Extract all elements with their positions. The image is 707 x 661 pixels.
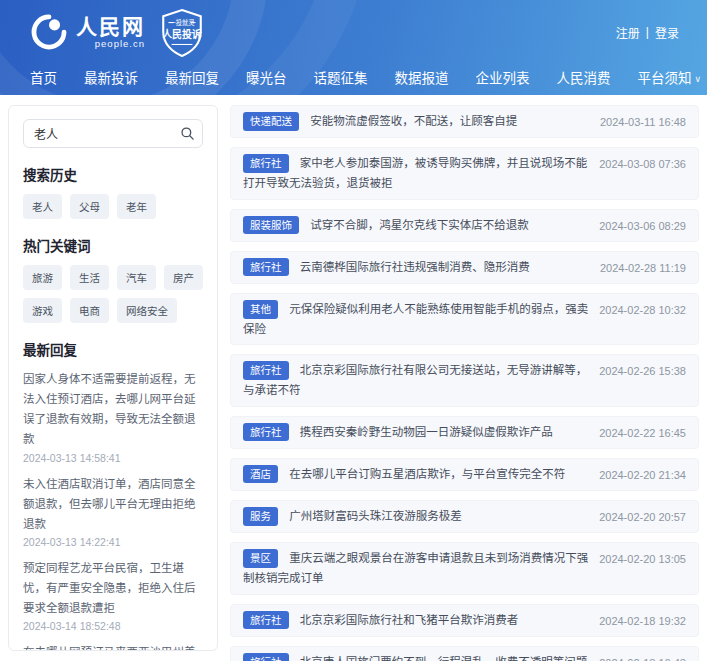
complaint-title[interactable]: 北京京彩国际旅行社有限公司无接送站，无导游讲解等，与承诺不符 <box>243 364 587 396</box>
category-badge: 服装服饰 <box>243 216 299 235</box>
search-box <box>23 119 203 148</box>
hot-keyword-tag[interactable]: 生活 <box>70 265 109 290</box>
reply-item[interactable]: 预定同程艺龙平台民宿，卫生堪忧，有严重安全隐患，拒绝入住后要求全额退款遭拒 20… <box>23 558 203 632</box>
logo-en-text: people.cn <box>76 39 145 49</box>
complaint-row[interactable]: 2024-02-18 19:32 旅行社 北京京彩国际旅行社和飞猪平台欺诈消费者 <box>230 604 699 637</box>
complaint-row[interactable]: 2024-02-20 21:34 酒店 在去哪儿平台订购五星酒店欺诈，与平台宣传… <box>230 458 699 491</box>
nav-company-list[interactable]: 企业列表 <box>476 67 530 87</box>
complaint-row[interactable]: 2024-03-11 16:48 快递配送 安能物流虚假签收，不配送，让顾客自提 <box>230 105 699 138</box>
category-badge: 服务 <box>243 507 278 526</box>
nav-exposure[interactable]: 曝光台 <box>246 67 287 87</box>
complaint-date: 2024-02-20 20:57 <box>599 508 686 527</box>
category-badge: 快递配送 <box>243 112 299 131</box>
hot-keyword-tags: 旅游生活汽车房产游戏电商网络安全 <box>23 265 203 323</box>
reply-text: 在去哪儿网预订马来西亚沙巴州美人鱼岛JSK度假村一晚行程，孩子发烧无法登岛，并且… <box>23 642 203 651</box>
hot-keyword-tag[interactable]: 旅游 <box>23 265 62 290</box>
complaint-row[interactable]: 2024-03-08 07:36 旅行社 家中老人参加泰国游，被诱导购买佛牌，并… <box>230 147 699 199</box>
nav-people-consumption[interactable]: 人民消费 <box>557 67 611 87</box>
people-cn-logo-text[interactable]: 人民网 people.cn <box>76 16 145 49</box>
shield-slogan-text: 一投就灵 <box>170 18 196 27</box>
hot-keyword-tag[interactable]: 电商 <box>70 298 109 323</box>
nav-platform-notice-label: 平台须知 <box>638 71 692 86</box>
category-badge: 旅行社 <box>243 611 289 630</box>
complaint-row[interactable]: 2024-02-28 11:19 旅行社 云南德桦国际旅行社违规强制消费、隐形消… <box>230 251 699 284</box>
reply-item[interactable]: 在去哪儿网预订马来西亚沙巴州美人鱼岛JSK度假村一晚行程，孩子发烧无法登岛，并且… <box>23 642 203 651</box>
shield-title-text: 人民投诉 <box>162 28 202 40</box>
nav-topic-collection[interactable]: 话题征集 <box>314 67 368 87</box>
complaint-row[interactable]: 2024-02-22 16:45 旅行社 携程西安秦岭野生动物园一日游疑似虚假欺… <box>230 416 699 449</box>
complaint-date: 2024-02-20 13:05 <box>599 550 686 569</box>
search-icon[interactable] <box>180 126 195 141</box>
complaint-title[interactable]: 云南德桦国际旅行社违规强制消费、隐形消费 <box>300 261 530 273</box>
complaint-row[interactable]: 2024-02-20 13:05 景区 重庆云端之眼观景台在游客申请退款且未到场… <box>230 542 699 594</box>
complaint-title[interactable]: 北京京彩国际旅行社和飞猪平台欺诈消费者 <box>300 614 519 626</box>
page-body: 搜索历史 老人父母老年 热门关键词 旅游生活汽车房产游戏电商网络安全 最新回复 … <box>0 95 707 661</box>
auth-links: 注册 | 登录 <box>616 24 679 41</box>
reply-date: 2024-03-14 18:52:48 <box>23 620 203 632</box>
site-header: 人民网 people.cn 一投就灵 人民投诉 注册 | 登录 首页 最新投诉 … <box>0 0 707 95</box>
category-badge: 旅行社 <box>243 653 289 661</box>
hot-keyword-tag[interactable]: 房产 <box>164 265 203 290</box>
complaint-date: 2024-03-11 16:48 <box>600 113 686 132</box>
nav-latest-complaints[interactable]: 最新投诉 <box>84 67 138 87</box>
search-history-tag[interactable]: 老年 <box>117 194 156 219</box>
complaint-title[interactable]: 携程西安秦岭野生动物园一日游疑似虚假欺诈产品 <box>300 426 553 438</box>
nav-latest-replies[interactable]: 最新回复 <box>165 67 219 87</box>
reply-text: 预定同程艺龙平台民宿，卫生堪忧，有严重安全隐患，拒绝入住后要求全额退款遭拒 <box>23 558 203 618</box>
complaint-title[interactable]: 广州塔财富码头珠江夜游服务极差 <box>289 510 462 522</box>
latest-replies-title: 最新回复 <box>23 339 203 359</box>
complaint-title[interactable]: 元保保险疑似利用老人不能熟练使用智能手机的弱点，强卖保险 <box>243 303 588 335</box>
complaint-date: 2024-03-06 08:29 <box>599 217 686 236</box>
people-complaints-shield-badge[interactable]: 一投就灵 人民投诉 <box>159 8 205 58</box>
complaint-title[interactable]: 北京唐人国旅门票约不到、行程混乱、收费不透明等问题 <box>300 656 588 661</box>
hot-keyword-tag[interactable]: 网络安全 <box>117 298 177 323</box>
complaint-title[interactable]: 安能物流虚假签收，不配送，让顾客自提 <box>310 115 517 127</box>
complaint-title[interactable]: 重庆云端之眼观景台在游客申请退款且未到场消费情况下强制核销完成订单 <box>243 552 588 584</box>
search-input[interactable] <box>23 119 203 148</box>
auth-divider: | <box>646 25 649 39</box>
complaint-row[interactable]: 2024-03-06 08:29 服装服饰 试穿不合脚，鸿星尔克线下实体店不给退… <box>230 209 699 242</box>
complaint-date: 2024-02-22 16:45 <box>599 424 686 443</box>
complaint-row[interactable]: 2024-02-18 16:43 旅行社 北京唐人国旅门票约不到、行程混乱、收费… <box>230 646 699 661</box>
complaint-date: 2024-02-18 16:43 <box>599 654 686 661</box>
complaint-date: 2024-02-28 10:32 <box>599 301 686 320</box>
hot-keyword-tag[interactable]: 游戏 <box>23 298 62 323</box>
reply-item[interactable]: 因家人身体不适需要提前返程，无法入住预订酒店，去哪儿网平台延误了退款有效期，导致… <box>23 369 203 464</box>
main-nav: 首页 最新投诉 最新回复 曝光台 话题征集 数据报道 企业列表 人民消费 平台须… <box>0 60 707 93</box>
login-link[interactable]: 登录 <box>655 24 679 41</box>
register-link[interactable]: 注册 <box>616 24 640 41</box>
complaint-row[interactable]: 2024-02-26 15:38 旅行社 北京京彩国际旅行社有限公司无接送站，无… <box>230 354 699 406</box>
people-cn-logo-icon[interactable] <box>30 13 68 51</box>
search-history-tag[interactable]: 父母 <box>70 194 109 219</box>
complaint-date: 2024-02-26 15:38 <box>599 362 686 381</box>
complaint-title[interactable]: 家中老人参加泰国游，被诱导购买佛牌，并且说现场不能打开导致无法验货，退货被拒 <box>243 157 587 189</box>
search-history-tags: 老人父母老年 <box>23 194 203 219</box>
complaint-list: 2024-03-11 16:48 快递配送 安能物流虚假签收，不配送，让顾客自提… <box>230 105 699 661</box>
logo-cn-text: 人民网 <box>76 16 145 37</box>
nav-data-report[interactable]: 数据报道 <box>395 67 449 87</box>
hot-keyword-tag[interactable]: 汽车 <box>117 265 156 290</box>
category-badge: 旅行社 <box>243 361 289 380</box>
reply-text: 因家人身体不适需要提前返程，无法入住预订酒店，去哪儿网平台延误了退款有效期，导致… <box>23 369 203 450</box>
category-badge: 景区 <box>243 549 278 568</box>
complaint-title[interactable]: 在去哪儿平台订购五星酒店欺诈，与平台宣传完全不符 <box>289 468 565 480</box>
complaint-date: 2024-02-28 11:19 <box>600 259 686 278</box>
complaint-row[interactable]: 2024-02-20 20:57 服务 广州塔财富码头珠江夜游服务极差 <box>230 500 699 533</box>
complaint-date: 2024-02-20 21:34 <box>599 466 686 485</box>
sidebar: 搜索历史 老人父母老年 热门关键词 旅游生活汽车房产游戏电商网络安全 最新回复 … <box>8 105 218 651</box>
category-badge: 其他 <box>243 300 278 319</box>
search-history-tag[interactable]: 老人 <box>23 194 62 219</box>
complaint-date: 2024-03-08 07:36 <box>599 155 686 174</box>
chevron-down-icon: ∨ <box>695 74 702 84</box>
header-top-row: 人民网 people.cn 一投就灵 人民投诉 注册 | 登录 <box>0 0 707 60</box>
category-badge: 酒店 <box>243 465 278 484</box>
complaint-row[interactable]: 2024-02-28 10:32 其他 元保保险疑似利用老人不能熟练使用智能手机… <box>230 293 699 345</box>
category-badge: 旅行社 <box>243 258 289 277</box>
nav-home[interactable]: 首页 <box>30 67 57 87</box>
category-badge: 旅行社 <box>243 423 289 442</box>
nav-platform-notice[interactable]: 平台须知∨ <box>638 67 702 87</box>
complaint-date: 2024-02-18 19:32 <box>599 612 686 631</box>
hot-keywords-title: 热门关键词 <box>23 235 203 255</box>
reply-item[interactable]: 未入住酒店取消订单，酒店同意全额退款，但去哪儿平台无理由拒绝退款 2024-03… <box>23 474 203 548</box>
complaint-title[interactable]: 试穿不合脚，鸿星尔克线下实体店不给退款 <box>310 219 529 231</box>
